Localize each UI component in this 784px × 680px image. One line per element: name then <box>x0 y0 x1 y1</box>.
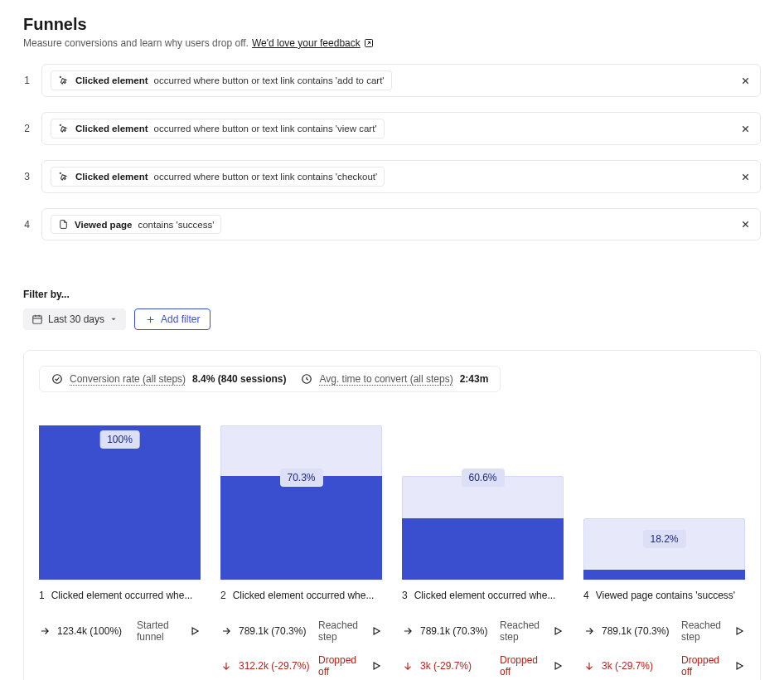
view-sessions-button[interactable] <box>552 625 564 637</box>
reached-step-row: 789.1k (70.3%)Reached step <box>220 619 382 643</box>
arrow-down-icon <box>220 660 232 672</box>
arrow-right-icon <box>402 625 414 637</box>
step-condition-pill[interactable]: Clicked elementoccurred where button or … <box>51 167 385 187</box>
funnel-column-number: 4 <box>583 590 589 601</box>
metric-value: 789.1k (70.3%) <box>420 625 493 637</box>
step-card[interactable]: Clicked elementoccurred where button or … <box>41 64 761 97</box>
metric-label: Started funnel <box>137 619 182 643</box>
close-icon <box>740 75 751 86</box>
play-icon <box>189 625 201 637</box>
metric-label: Dropped off <box>318 654 364 678</box>
funnel-bar[interactable]: 70.3% <box>220 425 382 580</box>
view-sessions-button[interactable] <box>733 660 745 672</box>
add-filter-button[interactable]: Add filter <box>134 308 211 330</box>
dropped-off-row: 3k (-29.7%)Dropped off <box>402 654 564 678</box>
view-sessions-button[interactable] <box>370 660 382 672</box>
step-condition-text: occurred where button or text link conta… <box>154 124 377 134</box>
results-panel: Conversion rate (all steps) 8.4% (840 se… <box>23 350 761 680</box>
reached-step-row: 789.1k (70.3%)Reached step <box>583 619 745 643</box>
date-range-chip[interactable]: Last 30 days <box>23 308 126 330</box>
step-card[interactable]: Clicked elementoccurred where button or … <box>41 112 761 145</box>
funnel-bar-fill <box>220 476 382 580</box>
funnel-bar-label: 60.6% <box>461 469 504 487</box>
arrow-down-icon-wrap <box>583 660 595 672</box>
metric-label: Dropped off <box>500 654 545 678</box>
funnel-step-row: 3 Clicked elementoccurred where button o… <box>23 160 761 193</box>
funnel-chart-column: 70.3%2Clicked element occurred whe...789… <box>220 425 382 678</box>
check-circle-icon <box>51 373 63 385</box>
step-condition-pill[interactable]: Viewed pagecontains 'success' <box>51 215 221 234</box>
page-subtitle-row: Measure conversions and learn why users … <box>23 37 761 49</box>
funnel-metric-rows: 789.1k (70.3%)Reached step312.2k (-29.7%… <box>220 619 382 678</box>
summary-conv-value: 8.4% (840 sessions) <box>192 373 286 385</box>
funnel-column-text: Clicked element occurred whe... <box>233 590 375 601</box>
step-card[interactable]: Clicked elementoccurred where button or … <box>41 160 761 193</box>
remove-step-button[interactable] <box>738 170 752 183</box>
metric-label: Reached step <box>318 619 364 643</box>
funnel-column-number: 1 <box>39 590 45 601</box>
metric-label: Dropped off <box>681 654 727 678</box>
metric-label: Reached step <box>500 619 545 643</box>
funnel-column-text: Viewed page contains 'success' <box>596 590 735 601</box>
summary-time-label: Avg. time to convert (all steps) <box>319 373 452 385</box>
remove-step-button[interactable] <box>738 122 752 135</box>
started-funnel-row: 123.4k (100%)Started funnel <box>39 619 201 643</box>
funnel-column-number: 2 <box>220 590 226 601</box>
step-number: 3 <box>23 171 30 182</box>
view-sessions-button[interactable] <box>552 660 564 672</box>
view-sessions-button[interactable] <box>370 625 382 637</box>
metric-value: 789.1k (70.3%) <box>602 625 675 637</box>
svg-rect-1 <box>33 316 42 323</box>
arrow-right-icon-wrap <box>583 625 595 637</box>
summary-conversion: Conversion rate (all steps) 8.4% (840 se… <box>51 373 286 385</box>
clock-icon <box>301 373 312 385</box>
feedback-link[interactable]: We'd love your feedback <box>252 37 374 49</box>
page-subtitle: Measure conversions and learn why users … <box>23 37 249 49</box>
close-icon <box>740 172 751 182</box>
summary-time-value: 2:43m <box>460 373 489 385</box>
metric-value: 3k (-29.7%) <box>602 660 675 672</box>
funnel-bar-fill <box>583 570 745 580</box>
funnel-bar[interactable]: 60.6% <box>402 425 564 580</box>
funnel-steps-list: 1 Clicked elementoccurred where button o… <box>23 64 761 240</box>
add-filter-text: Add filter <box>161 313 200 325</box>
view-sessions-button[interactable] <box>733 625 745 637</box>
summary-time: Avg. time to convert (all steps) 2:43m <box>301 373 488 385</box>
page-icon <box>58 219 69 230</box>
step-condition-pill[interactable]: Clicked elementoccurred where button or … <box>51 119 385 138</box>
play-icon <box>733 625 745 637</box>
arrow-down-icon-wrap <box>402 660 414 672</box>
metric-value: 3k (-29.7%) <box>420 660 493 672</box>
funnel-bar[interactable]: 100% <box>39 425 201 580</box>
remove-step-button[interactable] <box>738 218 752 231</box>
step-condition-pill[interactable]: Clicked elementoccurred where button or … <box>51 70 392 90</box>
funnel-column-title: 3Clicked element occurred whe... <box>402 590 564 601</box>
step-event-name: Clicked element <box>75 75 148 85</box>
feedback-link-text: We'd love your feedback <box>252 37 361 49</box>
filter-label: Filter by... <box>23 289 761 300</box>
funnel-bar-fill <box>39 425 201 580</box>
view-sessions-button[interactable] <box>189 625 201 637</box>
arrow-right-icon-wrap <box>402 625 414 637</box>
funnel-chart: 100%1Clicked element occurred whe...123.… <box>39 425 745 678</box>
external-link-icon <box>364 38 374 48</box>
page-title: Funnels <box>23 15 761 34</box>
funnel-bar-fill <box>402 518 564 580</box>
metric-value: 789.1k (70.3%) <box>239 625 312 637</box>
funnel-metric-rows: 789.1k (70.3%)Reached step3k (-29.7%)Dro… <box>583 619 745 678</box>
funnel-bar-label: 18.2% <box>642 530 685 548</box>
funnel-step-row: 2 Clicked elementoccurred where button o… <box>23 112 761 145</box>
step-number: 2 <box>23 123 30 134</box>
remove-step-button[interactable] <box>738 74 752 87</box>
reached-step-row: 789.1k (70.3%)Reached step <box>402 619 564 643</box>
step-condition-text: occurred where button or text link conta… <box>154 172 378 182</box>
funnel-metric-rows: 789.1k (70.3%)Reached step3k (-29.7%)Dro… <box>402 619 564 678</box>
funnel-column-text: Clicked element occurred whe... <box>51 590 193 601</box>
play-icon <box>552 625 564 637</box>
click-cursor-icon <box>58 75 70 86</box>
step-number: 1 <box>23 75 30 86</box>
step-card[interactable]: Viewed pagecontains 'success' <box>41 208 761 240</box>
funnel-bar[interactable]: 18.2% <box>583 425 745 580</box>
svg-point-2 <box>53 375 62 384</box>
step-condition-text: occurred where button or text link conta… <box>154 75 385 85</box>
